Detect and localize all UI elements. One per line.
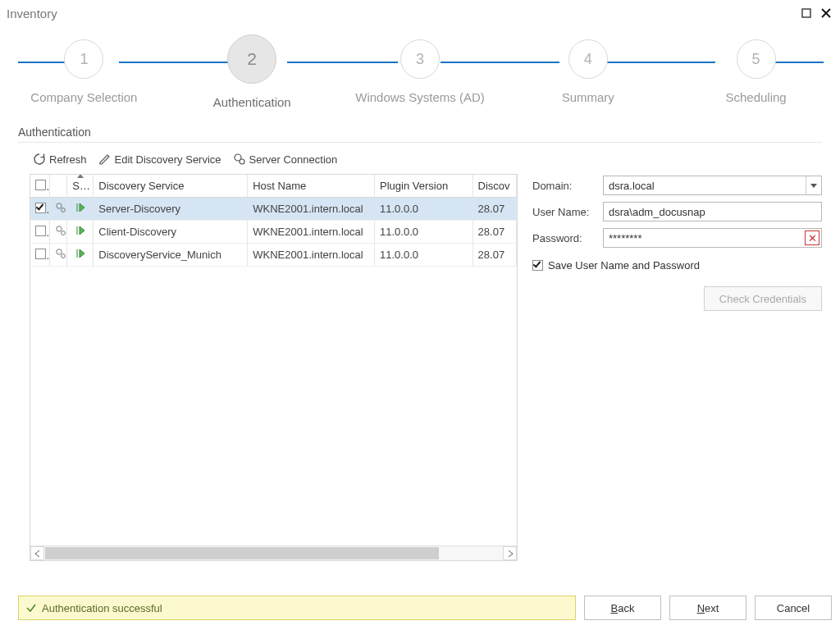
cell-date: 28.07 <box>472 244 516 267</box>
cell-date: 28.07 <box>472 198 516 221</box>
checkbox-icon[interactable] <box>532 260 543 271</box>
table-row[interactable]: Client-Discovery WKNE2001.intern.local 1… <box>30 221 517 244</box>
step-label: Summary <box>562 90 614 104</box>
cell-version: 11.0.0.0 <box>375 221 473 244</box>
row-checkbox[interactable] <box>35 226 46 236</box>
play-icon <box>67 221 94 244</box>
svg-rect-0 <box>802 9 810 17</box>
domain-select[interactable]: dsra.local <box>603 176 822 195</box>
discovery-table: Status Discovery Service Host Name Plugi… <box>30 174 518 561</box>
table-row[interactable]: DiscoveryService_Munich WKNE2001.intern.… <box>30 244 517 267</box>
row-checkbox[interactable] <box>35 249 46 259</box>
status-bar: Authentication successful <box>18 596 576 620</box>
wizard-stepper: 1 Company Selection 2 Authentication 3 W… <box>0 39 840 126</box>
step-label: Windows Systems (AD) <box>355 90 485 104</box>
username-value: dsra\adm_docusnap <box>609 206 705 218</box>
header-icon <box>49 175 66 198</box>
step-label: Authentication <box>213 95 291 109</box>
row-checkbox[interactable] <box>35 203 46 213</box>
auth-form: Domain: dsra.local User Name: dsra\adm_d… <box>532 176 822 561</box>
cancel-button[interactable]: Cancel <box>755 596 832 620</box>
save-credentials-checkbox[interactable]: Save User Name and Password <box>532 259 822 272</box>
header-checkbox[interactable] <box>30 175 49 198</box>
header-date[interactable]: Discov <box>472 175 516 198</box>
step-number: 5 <box>737 39 776 79</box>
header-service[interactable]: Discovery Service <box>94 175 248 198</box>
svg-point-8 <box>62 254 66 258</box>
domain-value: dsra.local <box>609 180 655 192</box>
pencil-icon <box>98 153 112 166</box>
step-number: 4 <box>568 39 608 79</box>
scroll-left-icon[interactable] <box>30 546 44 560</box>
username-field[interactable]: dsra\adm_docusnap <box>603 202 822 221</box>
password-field[interactable]: ******** ✕ <box>603 228 822 248</box>
scroll-thumb[interactable] <box>45 547 439 559</box>
maximize-button[interactable] <box>799 6 814 21</box>
gear-globe-icon <box>49 244 66 267</box>
edit-discovery-button[interactable]: Edit Discovery Service <box>97 151 223 167</box>
password-label: Password: <box>532 232 603 244</box>
step-number: 3 <box>400 39 440 79</box>
refresh-label: Refresh <box>49 153 87 166</box>
svg-point-6 <box>62 231 66 235</box>
step-scheduling[interactable]: 5 Scheduling <box>674 39 838 109</box>
password-value: ******** <box>609 232 641 244</box>
play-icon <box>67 244 94 267</box>
table-row[interactable]: Server-Discovery WKNE2001.intern.local 1… <box>30 198 517 221</box>
step-label: Scheduling <box>725 90 786 104</box>
header-status[interactable]: Status <box>67 175 94 198</box>
header-version[interactable]: Plugin Version <box>375 175 473 198</box>
check-icon <box>25 602 37 614</box>
step-label: Company Selection <box>30 90 137 104</box>
step-authentication[interactable]: 2 Authentication <box>170 39 334 109</box>
step-windows-systems[interactable]: 3 Windows Systems (AD) <box>338 39 502 109</box>
cell-service: DiscoveryService_Munich <box>94 244 248 267</box>
svg-point-2 <box>240 159 244 164</box>
step-number: 1 <box>64 39 103 79</box>
svg-point-3 <box>57 203 62 208</box>
step-number: 2 <box>227 34 276 84</box>
save-credentials-label: Save User Name and Password <box>548 259 700 272</box>
edit-discovery-label: Edit Discovery Service <box>115 153 221 166</box>
server-connection-button[interactable]: Server Connection <box>231 151 340 167</box>
scroll-right-icon[interactable] <box>503 546 517 560</box>
header-host[interactable]: Host Name <box>248 175 375 198</box>
section-title: Authentication <box>18 126 822 139</box>
refresh-icon <box>33 153 46 166</box>
cell-service: Server-Discovery <box>94 198 248 221</box>
back-button[interactable]: Back <box>584 596 661 620</box>
clear-password-icon[interactable]: ✕ <box>805 231 819 245</box>
cell-service: Client-Discovery <box>94 221 248 244</box>
svg-point-4 <box>62 208 66 212</box>
step-company-selection[interactable]: 1 Company Selection <box>2 39 166 109</box>
status-text: Authentication successful <box>42 602 162 614</box>
close-button[interactable] <box>819 6 833 21</box>
cell-host: WKNE2001.intern.local <box>248 221 375 244</box>
next-button[interactable]: Next <box>669 596 746 620</box>
svg-point-5 <box>57 226 62 231</box>
server-connection-label: Server Connection <box>249 153 338 166</box>
cell-version: 11.0.0.0 <box>375 198 473 221</box>
refresh-button[interactable]: Refresh <box>31 151 89 167</box>
cell-version: 11.0.0.0 <box>375 244 473 267</box>
username-label: User Name: <box>532 206 603 218</box>
check-credentials-button[interactable]: Check Credentials <box>704 286 822 311</box>
horizontal-scrollbar[interactable] <box>30 546 517 560</box>
window-title: Inventory <box>7 7 57 21</box>
step-summary[interactable]: 4 Summary <box>506 39 670 109</box>
cell-host: WKNE2001.intern.local <box>248 198 375 221</box>
svg-point-7 <box>57 249 62 254</box>
cell-host: WKNE2001.intern.local <box>248 244 375 267</box>
play-icon <box>67 198 94 221</box>
domain-label: Domain: <box>532 180 603 192</box>
gear-globe-icon <box>233 153 246 166</box>
cell-date: 28.07 <box>472 221 516 244</box>
gear-globe-icon <box>49 198 66 221</box>
gear-globe-icon <box>49 221 66 244</box>
chevron-down-icon[interactable] <box>806 176 821 194</box>
